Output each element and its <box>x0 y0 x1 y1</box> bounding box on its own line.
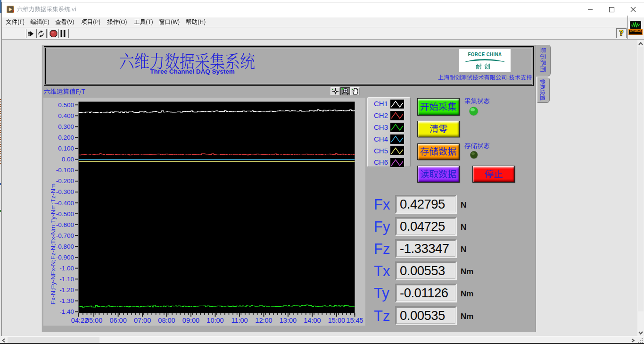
svg-text:08:00: 08:00 <box>158 317 175 324</box>
svg-text:15:00: 15:00 <box>328 317 345 324</box>
svg-text:0.100: 0.100 <box>58 145 74 152</box>
svg-text:-0.400: -0.400 <box>56 200 74 207</box>
svg-text:0.00: 0.00 <box>62 156 74 163</box>
svg-text:06:00: 06:00 <box>109 317 126 324</box>
svg-text:0.500: 0.500 <box>58 101 74 109</box>
svg-text:14: 14 <box>11 10 14 13</box>
svg-text:0.300: 0.300 <box>58 123 74 130</box>
svg-text:09:00: 09:00 <box>182 317 199 324</box>
svg-text:11:00: 11:00 <box>231 317 248 324</box>
svg-text:13:00: 13:00 <box>280 317 297 324</box>
svg-text:-0.500: -0.500 <box>56 210 74 218</box>
svg-text:-1.00: -1.00 <box>59 265 74 272</box>
svg-text:-0.900: -0.900 <box>56 254 74 261</box>
svg-text:15:45: 15:45 <box>346 317 363 324</box>
svg-text:-0.100: -0.100 <box>56 167 74 174</box>
svg-text:Fx-N;Fy-NFx-N;Fz-N;Tx-Nm;Ty-Nm: Fx-N;Fy-NFx-N;Fz-N;Tx-Nm;Ty-Nm;Tz-Nm <box>50 184 57 304</box>
svg-text:12:00: 12:00 <box>255 317 272 324</box>
svg-text:-1.20: -1.20 <box>59 286 74 294</box>
svg-text:-1.40: -1.40 <box>59 308 74 315</box>
svg-text:-1.30: -1.30 <box>59 297 74 304</box>
svg-text:14:00: 14:00 <box>304 317 321 324</box>
svg-text:-0.700: -0.700 <box>56 232 74 239</box>
svg-text:-0.200: -0.200 <box>56 177 74 185</box>
svg-text:07:00: 07:00 <box>134 317 151 324</box>
svg-text:-0.600: -0.600 <box>56 221 74 228</box>
svg-text:-0.800: -0.800 <box>56 243 74 250</box>
svg-text:0.400: 0.400 <box>58 112 74 119</box>
svg-text:10:00: 10:00 <box>206 317 223 324</box>
svg-text:-0.300: -0.300 <box>56 188 74 195</box>
svg-text:05:00: 05:00 <box>85 317 102 324</box>
svg-text:0.200: 0.200 <box>58 134 74 141</box>
svg-text:-1.10: -1.10 <box>59 276 74 283</box>
